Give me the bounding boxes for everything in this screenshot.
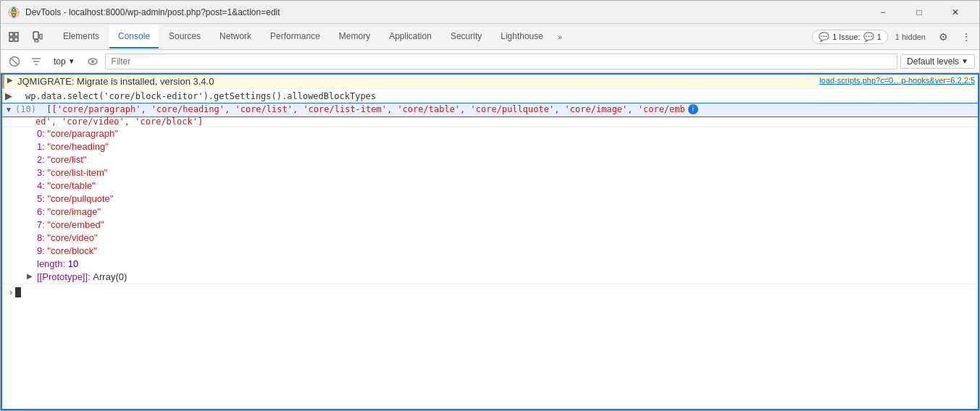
live-expressions-button[interactable]	[83, 52, 102, 71]
warning-source-link[interactable]: load-scripts.php?c=0…p-hooks&ver=6.2.2:5	[819, 76, 975, 85]
levels-dropdown-icon: ▼	[961, 57, 968, 65]
filter-input[interactable]	[105, 54, 897, 69]
length-key: length:	[37, 258, 68, 270]
clear-icon	[9, 56, 20, 67]
issues-number: 1	[877, 33, 881, 41]
svg-point-15	[91, 60, 94, 63]
clear-console-button[interactable]	[5, 52, 24, 71]
settings-button[interactable]: ⚙	[933, 27, 953, 47]
chat-icon-2: 💬	[863, 32, 874, 42]
issues-count-label: 1 Issue:	[832, 33, 860, 41]
prototype-value: Array(0)	[93, 271, 127, 283]
array-preview: [['core/paragraph', 'core/heading', 'cor…	[41, 104, 685, 114]
more-tabs-button[interactable]: »	[553, 25, 566, 48]
device-toolbar-button[interactable]	[27, 27, 47, 47]
filter-icon	[30, 56, 42, 67]
issues-badge[interactable]: 💬 1 Issue: 💬 1	[812, 30, 888, 44]
window-controls: − □ ✕	[866, 1, 972, 24]
inspect-element-button[interactable]	[4, 27, 24, 47]
svg-rect-3	[9, 38, 13, 41]
eye-icon	[87, 56, 99, 67]
query-line: ▶ wp.data.select('core/block-editor').ge…	[2, 89, 978, 103]
array-header-count: (10) [['core/paragraph', 'core/heading',…	[15, 104, 685, 114]
item-key-3: 3:	[37, 167, 47, 179]
svg-rect-7	[35, 40, 38, 42]
filter-button[interactable]	[27, 52, 46, 71]
jqmigrate-warning: ▶ JQMIGRATE: Migrate is installed, versi…	[2, 75, 978, 89]
context-selector[interactable]: top ▼	[49, 54, 80, 69]
array-item-7: 7: "core/embed"	[2, 219, 978, 232]
item-key-5: 5:	[37, 193, 47, 205]
console-input-line[interactable]: ›	[2, 284, 978, 300]
default-levels-selector[interactable]: Default levels ▼	[900, 54, 975, 69]
item-key-6: 6:	[37, 206, 47, 218]
warning-text: JQMIGRATE: Migrate is installed, version…	[17, 76, 214, 87]
console-toolbar: top ▼ Default levels ▼	[1, 50, 979, 73]
prompt-icon: ▶	[5, 90, 12, 101]
tab-console[interactable]: Console	[109, 25, 159, 48]
preview-text: ['core/paragraph', 'core/heading', 'core…	[52, 104, 685, 114]
array-item-0: 0: "core/paragraph"	[2, 127, 978, 140]
console-output[interactable]: ▶ JQMIGRATE: Migrate is installed, versi…	[1, 73, 979, 410]
titlebar: DevTools - localhost:8000/wp-admin/post.…	[1, 1, 979, 24]
info-icon[interactable]: i	[688, 104, 698, 114]
item-val-2: "core/list"	[47, 154, 86, 166]
array-length-prop: length: 10	[2, 258, 978, 271]
svg-rect-6	[33, 32, 38, 39]
minimize-button[interactable]: −	[866, 1, 900, 24]
array-item-4: 4: "core/table"	[2, 179, 978, 192]
tabbar-right-controls: 💬 1 Issue: 💬 1 1 hidden ⚙ ⋮	[812, 27, 976, 47]
hidden-count: 1 hidden	[891, 31, 930, 43]
close-button[interactable]: ✕	[939, 1, 972, 24]
item-val-3: "core/list-item"	[47, 167, 107, 179]
more-options-button[interactable]: ⋮	[956, 27, 976, 47]
array-item-1: 1: "core/heading"	[2, 140, 978, 153]
svg-rect-8	[40, 34, 42, 39]
length-value: 10	[68, 258, 78, 270]
item-val-1: "core/heading"	[47, 141, 108, 153]
item-key-7: 7:	[37, 219, 47, 231]
console-cursor	[15, 287, 21, 297]
chat-icon: 💬	[818, 32, 829, 42]
warning-message-content: JQMIGRATE: Migrate is installed, version…	[17, 76, 813, 87]
svg-line-10	[12, 59, 17, 64]
window-title: DevTools - localhost:8000/wp-admin/post.…	[25, 7, 860, 17]
item-key-4: 4:	[37, 180, 47, 192]
tab-memory[interactable]: Memory	[330, 25, 379, 48]
array-item-6: 6: "core/image"	[2, 206, 978, 219]
warning-expand-arrow[interactable]: ▶	[7, 76, 13, 84]
array-item-8: 8: "core/video"	[2, 232, 978, 245]
item-val-0: "core/paragraph"	[47, 128, 117, 140]
collapse-arrow-icon[interactable]: ▼	[5, 106, 12, 114]
device-icon	[31, 31, 43, 43]
tab-network[interactable]: Network	[211, 25, 260, 48]
more-options-icon: ⋮	[961, 31, 971, 43]
prototype-expand-arrow[interactable]: ▶	[27, 272, 33, 280]
tab-security[interactable]: Security	[442, 25, 490, 48]
maximize-button[interactable]: □	[902, 1, 936, 24]
item-val-9: "core/block"	[47, 245, 96, 257]
tab-lighthouse[interactable]: Lighthouse	[492, 25, 552, 48]
svg-rect-2	[9, 33, 13, 36]
tab-performance[interactable]: Performance	[261, 25, 329, 48]
item-key-9: 9:	[37, 245, 47, 257]
array-item-5: 5: "core/pullquote"	[2, 192, 978, 206]
item-val-7: "core/embed"	[47, 219, 104, 231]
item-key-0: 0:	[37, 128, 47, 140]
tab-sources[interactable]: Sources	[160, 25, 209, 48]
console-prompt-icon: ›	[9, 287, 12, 297]
default-levels-label: Default levels	[907, 56, 959, 67]
svg-rect-5	[14, 38, 18, 41]
tab-elements[interactable]: Elements	[54, 25, 108, 48]
tab-application[interactable]: Application	[380, 25, 440, 48]
item-val-8: "core/video"	[47, 232, 97, 244]
item-val-5: "core/pullquote"	[47, 193, 113, 205]
chrome-icon	[8, 7, 20, 18]
inspect-icon	[8, 31, 20, 43]
svg-rect-4	[14, 33, 18, 36]
item-key-1: 1:	[37, 141, 47, 153]
array-item-2: 2: "core/list"	[2, 153, 978, 166]
array-prototype[interactable]: ▶ [[Prototype]]: Array(0)	[2, 271, 978, 284]
array-output-header[interactable]: ▼ (10) [['core/paragraph', 'core/heading…	[2, 103, 978, 116]
dropdown-arrow-icon: ▼	[68, 57, 75, 65]
